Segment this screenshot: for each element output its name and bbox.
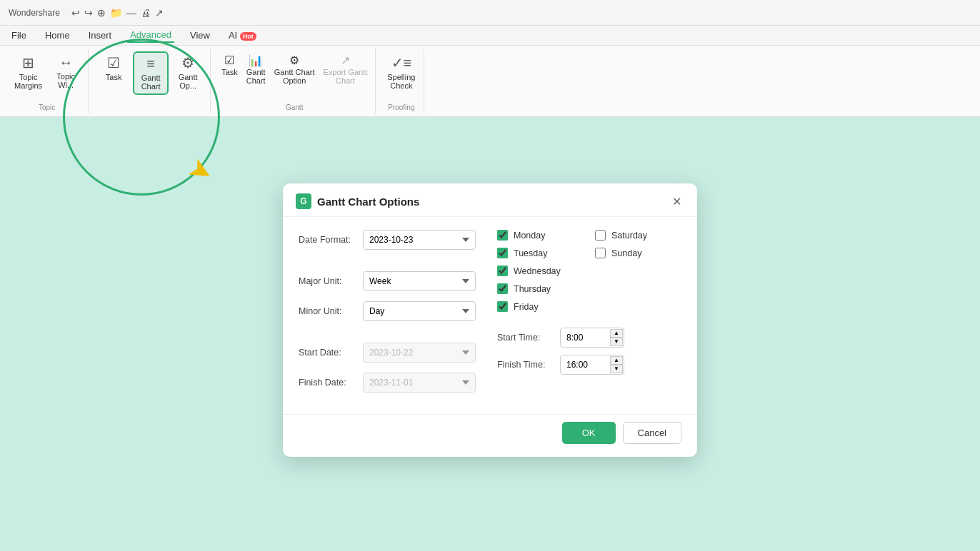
finish-date-label: Finish Date: <box>299 378 356 388</box>
topic-margins-icon: ⊞ <box>22 54 34 71</box>
gantt-chart-option-button[interactable]: ⚙ Gantt ChartOption <box>271 51 319 87</box>
finish-time-label: Finish Time: <box>497 360 554 370</box>
ribbon: ⊞ Topic Margins ↔ Topic Wi... Topic ☑ Ta… <box>0 46 980 117</box>
start-date-label: Start Date: <box>299 348 356 358</box>
minor-unit-row: Minor Unit: Day Week Month <box>299 301 476 321</box>
menu-view[interactable]: View <box>187 29 213 42</box>
weekend-column: Saturday Sunday <box>595 230 681 319</box>
export-icon[interactable]: ↗ <box>155 7 164 19</box>
finish-time-row: Finish Time: ▲ ▼ <box>497 355 681 375</box>
major-unit-row: Major Unit: Week Day Month <box>299 271 476 291</box>
date-format-label: Date Format: <box>299 235 356 245</box>
finish-time-wrapper: ▲ ▼ <box>560 355 624 375</box>
menu-file[interactable]: File <box>9 29 29 42</box>
spelling-check-icon: ✓≡ <box>391 54 412 71</box>
folder-icon[interactable]: 📁 <box>110 7 122 19</box>
topic-group-label: Topic <box>10 102 84 113</box>
menu-advanced[interactable]: Advanced <box>127 28 174 43</box>
ribbon-group-gantt-tools: ☑ Task 📊 GanttChart ⚙ Gantt ChartOption … <box>214 49 376 113</box>
menu-home[interactable]: Home <box>42 29 73 42</box>
days-section: Monday Tuesday Wednesday Thursday <box>497 230 681 319</box>
friday-checkbox[interactable] <box>497 301 508 312</box>
friday-label: Friday <box>514 302 539 312</box>
topic-width-button[interactable]: ↔ Topic Wi... <box>48 51 84 92</box>
saturday-checkbox[interactable] <box>595 230 606 241</box>
minor-unit-select[interactable]: Day Week Month <box>363 301 476 321</box>
topic-margins-button[interactable]: ⊞ Topic Margins <box>10 51 46 93</box>
gantt-chart-options-dialog: G Gantt Chart Options ✕ Date Format: 202… <box>283 183 697 457</box>
start-date-select: 2023-10-22 <box>363 343 476 363</box>
gantt-chart-small-button[interactable]: 📊 GanttChart <box>243 51 269 87</box>
start-time-spinners: ▲ ▼ <box>610 329 623 346</box>
thursday-checkbox[interactable] <box>497 283 508 294</box>
dialog-body: Date Format: 2023-10-23 Major Unit: Week… <box>283 217 697 414</box>
finish-time-up-button[interactable]: ▲ <box>610 356 623 365</box>
wednesday-checkbox[interactable] <box>497 266 508 276</box>
ok-button[interactable]: OK <box>562 422 616 444</box>
start-time-down-button[interactable]: ▼ <box>610 338 623 346</box>
minor-unit-label: Minor Unit: <box>299 306 356 316</box>
minimize-icon[interactable]: — <box>126 7 136 19</box>
tuesday-checkbox[interactable] <box>497 248 508 258</box>
finish-time-spinners: ▲ ▼ <box>610 356 623 373</box>
task-small-button[interactable]: ☑ Task <box>218 51 241 79</box>
dialog-left-column: Date Format: 2023-10-23 Major Unit: Week… <box>299 230 490 403</box>
dialog-right-column: Monday Tuesday Wednesday Thursday <box>490 230 681 403</box>
dialog-title: Gantt Chart Options <box>317 196 419 208</box>
dialog-icon: G <box>296 193 311 209</box>
monday-label: Monday <box>514 231 545 241</box>
task-button[interactable]: ☑ Task <box>96 51 131 84</box>
finish-time-down-button[interactable]: ▼ <box>610 365 623 373</box>
tuesday-label: Tuesday <box>514 248 547 258</box>
start-date-row: Start Date: 2023-10-22 <box>299 343 476 363</box>
ribbon-group-proofing: ✓≡ SpellingCheck Proofing <box>379 49 424 113</box>
major-unit-label: Major Unit: <box>299 276 356 286</box>
dialog-footer: OK Cancel <box>283 414 697 457</box>
gantt-option-icon: ⚙ <box>181 54 194 71</box>
task-icon: ☑ <box>107 54 120 71</box>
export-gantt-icon: ↗ <box>341 54 350 67</box>
sunday-label: Sunday <box>611 248 641 258</box>
thursday-row: Thursday <box>497 283 584 294</box>
wednesday-row: Wednesday <box>497 266 584 276</box>
proofing-group-label: Proofing <box>383 102 419 113</box>
sunday-row: Sunday <box>595 248 681 258</box>
start-time-up-button[interactable]: ▲ <box>610 329 623 338</box>
task-gantt-group-label <box>96 110 206 113</box>
dialog-close-button[interactable]: ✕ <box>669 193 684 209</box>
topic-width-icon: ↔ <box>59 54 73 71</box>
date-format-row: Date Format: 2023-10-23 <box>299 230 476 250</box>
gantt-chart-button[interactable]: ≡ Gantt Chart <box>133 51 169 95</box>
print-icon[interactable]: 🖨 <box>141 7 151 19</box>
saturday-row: Saturday <box>595 230 681 241</box>
start-time-row: Start Time: ▲ ▼ <box>497 328 681 348</box>
monday-row: Monday <box>497 230 584 241</box>
undo-icon[interactable]: ↩ <box>71 7 80 19</box>
menu-ai[interactable]: AI Hot <box>226 29 259 42</box>
app-logo: Wondershare <box>9 8 60 18</box>
ribbon-group-topic: ⊞ Topic Margins ↔ Topic Wi... Topic <box>6 49 89 113</box>
sunday-checkbox[interactable] <box>595 248 606 258</box>
monday-checkbox[interactable] <box>497 230 508 241</box>
dialog-overlay: G Gantt Chart Options ✕ Date Format: 202… <box>0 118 980 551</box>
dialog-header: G Gantt Chart Options ✕ <box>283 183 697 217</box>
date-format-select[interactable]: 2023-10-23 <box>363 230 476 250</box>
export-gantt-button[interactable]: ↗ Export GanttChart <box>320 51 371 87</box>
saturday-label: Saturday <box>611 231 647 241</box>
spelling-check-button[interactable]: ✓≡ SpellingCheck <box>383 51 419 93</box>
app-bar: Wondershare ↩ ↪ ⊕ 📁 — 🖨 ↗ <box>0 0 980 26</box>
gantt-chart-small-icon: 📊 <box>249 54 263 67</box>
app-bar-actions: ↩ ↪ ⊕ 📁 — 🖨 ↗ <box>71 7 164 19</box>
major-unit-select[interactable]: Week Day Month <box>363 271 476 291</box>
gantt-option-button[interactable]: ⚙ Gantt Op... <box>170 51 206 93</box>
friday-row: Friday <box>497 301 584 312</box>
task-small-icon: ☑ <box>224 54 234 67</box>
gantt-chart-icon: ≡ <box>146 56 155 72</box>
ribbon-group-task-gantt: ☑ Task ≡ Gantt Chart ⚙ Gantt Op... <box>91 49 211 113</box>
new-tab-icon[interactable]: ⊕ <box>97 7 106 19</box>
menu-bar: File Home Insert Advanced View AI Hot <box>0 26 980 46</box>
redo-icon[interactable]: ↪ <box>84 7 93 19</box>
cancel-button[interactable]: Cancel <box>623 422 681 444</box>
tuesday-row: Tuesday <box>497 248 584 258</box>
menu-insert[interactable]: Insert <box>86 29 115 42</box>
